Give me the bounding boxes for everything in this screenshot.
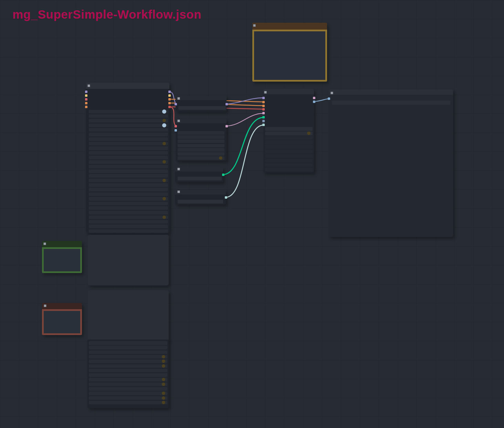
node-right-multi-input-header[interactable] bbox=[263, 89, 314, 94]
node-large-settings-widget-row[interactable] bbox=[89, 119, 168, 123]
node-right-multi-input-widget-row[interactable] bbox=[265, 132, 313, 135]
node-mid-third-collapse-dot-icon[interactable] bbox=[177, 168, 180, 170]
node-rows-bottom-widget-row[interactable] bbox=[89, 351, 167, 354]
node-rows-bottom-widget-row[interactable] bbox=[89, 378, 167, 382]
node-rows-bottom-widget-row[interactable] bbox=[89, 369, 167, 373]
node-right-multi-input-input-slot-5[interactable] bbox=[262, 116, 265, 118]
node-rows-bottom-widget-row[interactable] bbox=[89, 383, 167, 386]
node-rows-bottom-widget-row[interactable] bbox=[89, 396, 167, 400]
node-large-settings-output-slot-0[interactable] bbox=[168, 91, 171, 93]
node-large-settings-widget-row[interactable] bbox=[89, 133, 168, 136]
framed-node-red-collapse-dot-icon[interactable] bbox=[44, 304, 46, 307]
node-large-settings-header[interactable] bbox=[86, 83, 169, 89]
framed-node-green-header[interactable] bbox=[42, 241, 82, 247]
node-right-multi-input-widget-row[interactable] bbox=[265, 159, 313, 163]
node-right-multi-input-input-slot-2[interactable] bbox=[262, 105, 265, 107]
node-rows-bottom-widget-row[interactable] bbox=[89, 355, 167, 359]
node-mid-top-widget-row[interactable] bbox=[178, 106, 226, 110]
node-right-multi-input-output-slot-0[interactable] bbox=[313, 97, 315, 99]
node-right-multi-input-input-slot-3[interactable] bbox=[262, 108, 265, 111]
framed-node-red-header[interactable] bbox=[42, 303, 82, 309]
node-rows-bottom-widget-row[interactable] bbox=[89, 346, 167, 349]
node-rows-bottom-widget-row[interactable] bbox=[89, 359, 167, 363]
node-right-multi-input-collapse-dot-icon[interactable] bbox=[264, 91, 267, 94]
node-large-settings-input-slot-3[interactable] bbox=[85, 102, 87, 104]
node-large-settings-widget-row[interactable] bbox=[89, 197, 168, 201]
node-large-settings-widget-row[interactable] bbox=[89, 151, 168, 155]
node-large-settings-widget-row[interactable] bbox=[89, 146, 168, 150]
node-mid-second-widget-row[interactable] bbox=[178, 148, 224, 152]
node-mid-fourth-header[interactable] bbox=[175, 190, 226, 195]
node-rows-bottom-widget-row[interactable] bbox=[89, 341, 167, 345]
node-large-settings-widget-row[interactable] bbox=[89, 156, 168, 159]
node-mid-second-widget-row[interactable] bbox=[178, 131, 224, 135]
node-large-settings-output-slot-4[interactable] bbox=[168, 106, 171, 108]
panel-node-top[interactable] bbox=[88, 235, 169, 285]
node-right-multi-input-input-slot-1[interactable] bbox=[262, 101, 265, 103]
node-wide-right-header[interactable] bbox=[329, 90, 453, 95]
node-large-settings-widget-row[interactable] bbox=[89, 179, 168, 182]
node-large-settings-widget-row[interactable] bbox=[89, 124, 168, 127]
node-mid-second-widget-row[interactable] bbox=[178, 139, 224, 143]
node-large-settings-output-slot-1[interactable] bbox=[168, 94, 171, 97]
node-right-multi-input-widget-row[interactable] bbox=[265, 163, 313, 167]
node-rows-bottom-widget-row[interactable] bbox=[89, 392, 167, 395]
node-mid-third-widget-row[interactable] bbox=[178, 177, 222, 180]
node-mid-fourth-output-slot-0[interactable] bbox=[225, 196, 227, 199]
node-wide-right-collapse-dot-icon[interactable] bbox=[330, 92, 333, 94]
node-large-settings-widget-row[interactable] bbox=[89, 142, 168, 146]
node-mid-third-output-slot-0[interactable] bbox=[222, 174, 224, 176]
node-large-settings-output-slot-3[interactable] bbox=[168, 102, 171, 104]
node-wide-right-input-slot-0[interactable] bbox=[328, 97, 330, 100]
node-mid-second-input-slot-0[interactable] bbox=[175, 125, 177, 127]
node-rows-bottom-widget-row[interactable] bbox=[89, 401, 167, 405]
node-large-settings-widget-row[interactable] bbox=[89, 114, 168, 118]
node-large-settings-widget-row[interactable] bbox=[89, 216, 168, 219]
node-right-multi-input-input-slot-0[interactable] bbox=[262, 97, 265, 99]
node-large-settings-input-slot-4[interactable] bbox=[85, 106, 87, 108]
node-right-multi-input-input-slot-4[interactable] bbox=[262, 112, 265, 114]
node-mid-second-output-slot-0[interactable] bbox=[225, 125, 228, 127]
node-right-multi-input-widget-row[interactable] bbox=[265, 154, 313, 158]
node-wide-right-widget-row[interactable] bbox=[332, 101, 450, 105]
node-mid-top-input-slot-0[interactable] bbox=[175, 103, 177, 105]
node-mid-second-widget-row[interactable] bbox=[178, 135, 224, 139]
node-large-settings-widget-row[interactable] bbox=[89, 202, 168, 206]
node-right-multi-input-widget-row[interactable] bbox=[265, 140, 313, 144]
node-large-settings-widget-row[interactable] bbox=[89, 174, 168, 178]
node-mid-fourth-widget-row[interactable] bbox=[178, 200, 223, 203]
node-large-settings-widget-row[interactable] bbox=[89, 225, 168, 228]
framed-node-red[interactable] bbox=[42, 303, 82, 335]
node-graph-canvas[interactable]: mg_SuperSimple-Workflow.json bbox=[0, 0, 504, 428]
node-mid-second-input-slot-1[interactable] bbox=[175, 129, 177, 132]
node-large-settings-collapse-dot-icon[interactable] bbox=[87, 84, 90, 87]
framed-node-green-collapse-dot-icon[interactable] bbox=[43, 242, 46, 245]
node-rows-bottom-widget-row[interactable] bbox=[89, 364, 167, 368]
node-right-multi-input-widget-row[interactable] bbox=[265, 136, 313, 140]
node-large-settings-input-slot-2[interactable] bbox=[85, 98, 87, 101]
node-large-settings-widget-row[interactable] bbox=[89, 160, 168, 164]
node-large-settings-widget-row[interactable] bbox=[89, 128, 168, 132]
node-large-settings-widget-row[interactable] bbox=[89, 229, 168, 233]
node-right-multi-input-input-slot-7[interactable] bbox=[262, 124, 265, 126]
node-rows-bottom-widget-row[interactable] bbox=[89, 373, 167, 377]
node-mid-second-header[interactable] bbox=[176, 119, 227, 123]
node-large-settings-widget-row[interactable] bbox=[89, 220, 168, 224]
node-large-settings-input-slot-0[interactable] bbox=[85, 91, 87, 93]
node-mid-top-collapse-dot-icon[interactable] bbox=[177, 97, 180, 100]
framed-node-gold-collapse-dot-icon[interactable] bbox=[253, 24, 256, 27]
node-mid-fourth-collapse-dot-icon[interactable] bbox=[177, 190, 180, 193]
framed-node-gold[interactable] bbox=[252, 23, 327, 82]
node-large-settings-widget-row[interactable] bbox=[89, 211, 168, 215]
node-mid-second-collapse-dot-icon[interactable] bbox=[177, 119, 180, 122]
node-right-multi-input-output-slot-1[interactable] bbox=[313, 101, 315, 103]
node-rows-bottom-widget-row[interactable] bbox=[89, 387, 167, 391]
node-mid-third-header[interactable] bbox=[175, 167, 223, 171]
node-wide-right[interactable] bbox=[329, 90, 453, 237]
node-mid-second-widget-row[interactable] bbox=[178, 152, 224, 156]
node-mid-top-output-slot-0[interactable] bbox=[225, 103, 228, 105]
node-large-settings-output-slot-2[interactable] bbox=[168, 98, 171, 101]
framed-node-green[interactable] bbox=[42, 241, 82, 273]
node-mid-second-widget-row[interactable] bbox=[178, 144, 224, 147]
node-large-settings-widget-row[interactable] bbox=[89, 137, 168, 141]
